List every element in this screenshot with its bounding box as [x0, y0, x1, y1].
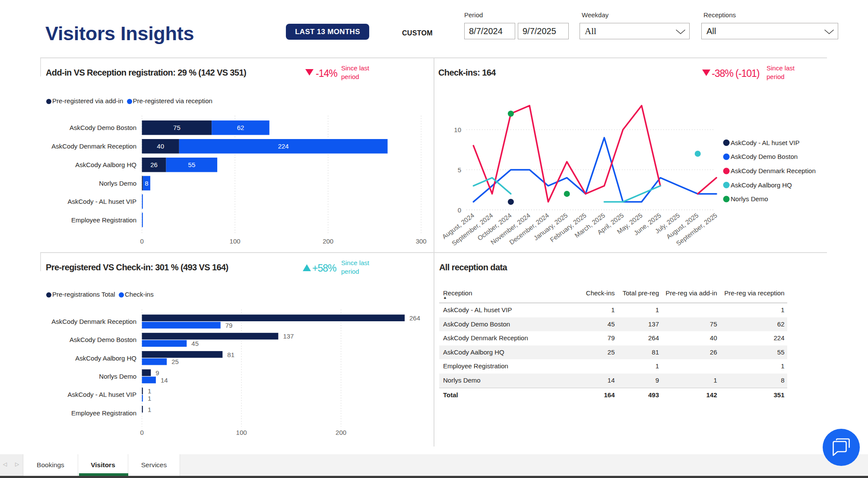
svg-text:AskCody Denmark Reception: AskCody Denmark Reception: [51, 318, 136, 325]
svg-text:55: 55: [188, 161, 196, 168]
svg-text:45: 45: [191, 340, 199, 347]
svg-text:AskCody Denmark Reception: AskCody Denmark Reception: [51, 142, 136, 150]
svg-text:AskCody Aalborg HQ: AskCody Aalborg HQ: [75, 161, 136, 168]
svg-text:25: 25: [171, 358, 179, 365]
svg-text:AskCody Demo Boston: AskCody Demo Boston: [731, 153, 798, 160]
svg-text:AskCody Demo Boston: AskCody Demo Boston: [70, 124, 136, 131]
svg-text:8: 8: [145, 180, 148, 187]
svg-text:14: 14: [161, 377, 168, 384]
svg-text:200: 200: [323, 237, 333, 245]
svg-text:40: 40: [157, 142, 164, 150]
svg-text:Norlys Demo: Norlys Demo: [99, 373, 136, 380]
svg-text:26: 26: [150, 161, 158, 168]
svg-text:Norlys Demo: Norlys Demo: [99, 180, 136, 187]
svg-text:AskCody Demo Boston: AskCody Demo Boston: [70, 336, 136, 343]
svg-text:0: 0: [140, 237, 143, 245]
svg-text:75: 75: [173, 124, 181, 131]
svg-text:10: 10: [454, 126, 461, 133]
svg-text:300: 300: [416, 237, 427, 245]
svg-text:200: 200: [336, 429, 346, 436]
svg-text:Employee Registration: Employee Registration: [71, 216, 136, 224]
svg-text:Norlys Demo: Norlys Demo: [731, 195, 768, 203]
svg-text:AskCody Aalborg HQ: AskCody Aalborg HQ: [731, 181, 792, 189]
svg-text:AskCody - AL huset VIP: AskCody - AL huset VIP: [67, 198, 136, 205]
svg-text:137: 137: [283, 332, 294, 340]
svg-text:224: 224: [278, 142, 289, 150]
svg-text:1: 1: [148, 406, 151, 413]
svg-text:5: 5: [458, 166, 461, 174]
svg-text:100: 100: [236, 429, 247, 436]
svg-text:AskCody Denmark Reception: AskCody Denmark Reception: [731, 167, 816, 174]
svg-text:79: 79: [225, 322, 233, 329]
svg-text:0: 0: [458, 206, 461, 214]
svg-text:9: 9: [155, 369, 159, 377]
svg-text:62: 62: [237, 124, 244, 131]
svg-text:100: 100: [230, 237, 241, 245]
svg-text:Employee Registration: Employee Registration: [71, 409, 136, 417]
svg-text:1: 1: [148, 395, 151, 402]
svg-text:AskCody - AL huset VIP: AskCody - AL huset VIP: [67, 391, 136, 398]
svg-text:264: 264: [409, 314, 420, 322]
svg-text:AskCody Aalborg HQ: AskCody Aalborg HQ: [75, 355, 136, 362]
svg-text:AskCody - AL huset VIP: AskCody - AL huset VIP: [731, 139, 800, 146]
svg-text:1: 1: [148, 387, 151, 395]
svg-text:0: 0: [140, 429, 143, 436]
svg-text:81: 81: [227, 351, 234, 358]
